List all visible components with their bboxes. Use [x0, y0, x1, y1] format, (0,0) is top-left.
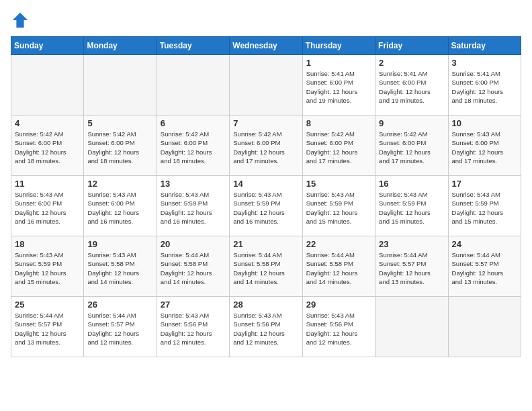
svg-marker-0	[13, 13, 28, 28]
day-number: 10	[452, 118, 517, 128]
calendar-cell: 27Sunrise: 5:43 AM Sunset: 5:56 PM Dayli…	[157, 297, 229, 357]
day-info: Sunrise: 5:43 AM Sunset: 5:59 PM Dayligh…	[379, 190, 444, 226]
calendar-cell: 26Sunrise: 5:44 AM Sunset: 5:57 PM Dayli…	[84, 297, 157, 357]
day-number: 26	[87, 300, 152, 310]
calendar-cell: 10Sunrise: 5:43 AM Sunset: 6:00 PM Dayli…	[448, 116, 521, 176]
calendar-cell: 21Sunrise: 5:44 AM Sunset: 5:58 PM Dayli…	[230, 236, 302, 297]
day-info: Sunrise: 5:43 AM Sunset: 6:00 PM Dayligh…	[87, 190, 152, 226]
day-number: 1	[306, 58, 371, 68]
calendar-cell: 19Sunrise: 5:43 AM Sunset: 5:58 PM Dayli…	[84, 236, 157, 297]
calendar-cell: 2Sunrise: 5:41 AM Sunset: 6:00 PM Daylig…	[375, 55, 448, 116]
day-info: Sunrise: 5:43 AM Sunset: 5:56 PM Dayligh…	[233, 311, 298, 347]
day-number: 27	[161, 300, 226, 310]
calendar-cell: 1Sunrise: 5:41 AM Sunset: 6:00 PM Daylig…	[302, 55, 375, 116]
calendar-cell	[84, 55, 157, 116]
calendar-cell: 20Sunrise: 5:44 AM Sunset: 5:58 PM Dayli…	[157, 236, 229, 297]
day-number: 2	[379, 58, 444, 68]
calendar-cell	[157, 55, 229, 116]
calendar-week-4: 18Sunrise: 5:43 AM Sunset: 5:59 PM Dayli…	[11, 236, 521, 297]
day-info: Sunrise: 5:42 AM Sunset: 6:00 PM Dayligh…	[379, 130, 444, 165]
day-number: 4	[15, 118, 80, 128]
day-info: Sunrise: 5:43 AM Sunset: 5:59 PM Dayligh…	[452, 190, 517, 226]
day-number: 25	[15, 300, 80, 310]
day-info: Sunrise: 5:43 AM Sunset: 5:56 PM Dayligh…	[161, 311, 226, 347]
day-number: 9	[379, 118, 444, 128]
calendar-cell: 7Sunrise: 5:42 AM Sunset: 6:00 PM Daylig…	[230, 116, 302, 176]
day-info: Sunrise: 5:44 AM Sunset: 5:58 PM Dayligh…	[306, 250, 371, 286]
calendar-cell: 17Sunrise: 5:43 AM Sunset: 5:59 PM Dayli…	[448, 176, 521, 236]
page-header	[11, 11, 521, 30]
day-info: Sunrise: 5:44 AM Sunset: 5:58 PM Dayligh…	[161, 250, 226, 286]
day-number: 15	[306, 179, 371, 189]
day-info: Sunrise: 5:42 AM Sunset: 6:00 PM Dayligh…	[233, 130, 298, 165]
calendar-table: SundayMondayTuesdayWednesdayThursdayFrid…	[11, 36, 521, 357]
calendar-cell: 15Sunrise: 5:43 AM Sunset: 5:59 PM Dayli…	[302, 176, 375, 236]
calendar-week-3: 11Sunrise: 5:43 AM Sunset: 6:00 PM Dayli…	[11, 176, 521, 236]
day-info: Sunrise: 5:43 AM Sunset: 5:59 PM Dayligh…	[306, 190, 371, 226]
calendar-cell: 3Sunrise: 5:41 AM Sunset: 6:00 PM Daylig…	[448, 55, 521, 116]
day-info: Sunrise: 5:42 AM Sunset: 6:00 PM Dayligh…	[161, 130, 226, 165]
day-info: Sunrise: 5:41 AM Sunset: 6:00 PM Dayligh…	[452, 69, 517, 105]
day-number: 6	[161, 118, 226, 128]
day-number: 17	[452, 179, 517, 189]
day-info: Sunrise: 5:43 AM Sunset: 5:59 PM Dayligh…	[233, 190, 298, 226]
calendar-cell: 28Sunrise: 5:43 AM Sunset: 5:56 PM Dayli…	[230, 297, 302, 357]
calendar-cell: 6Sunrise: 5:42 AM Sunset: 6:00 PM Daylig…	[157, 116, 229, 176]
calendar-cell: 11Sunrise: 5:43 AM Sunset: 6:00 PM Dayli…	[11, 176, 84, 236]
day-number: 29	[306, 300, 371, 310]
calendar-cell: 8Sunrise: 5:42 AM Sunset: 6:00 PM Daylig…	[302, 116, 375, 176]
day-number: 13	[161, 179, 226, 189]
day-info: Sunrise: 5:44 AM Sunset: 5:58 PM Dayligh…	[233, 250, 298, 286]
day-info: Sunrise: 5:43 AM Sunset: 6:00 PM Dayligh…	[15, 190, 80, 226]
day-info: Sunrise: 5:42 AM Sunset: 6:00 PM Dayligh…	[306, 130, 371, 165]
day-info: Sunrise: 5:44 AM Sunset: 5:57 PM Dayligh…	[452, 250, 517, 286]
day-info: Sunrise: 5:41 AM Sunset: 6:00 PM Dayligh…	[306, 69, 371, 105]
day-info: Sunrise: 5:43 AM Sunset: 5:59 PM Dayligh…	[15, 250, 80, 286]
day-info: Sunrise: 5:44 AM Sunset: 5:57 PM Dayligh…	[379, 250, 444, 286]
calendar-header-wednesday: Wednesday	[230, 37, 302, 55]
day-number: 19	[87, 239, 152, 249]
day-number: 16	[379, 179, 444, 189]
calendar-cell: 22Sunrise: 5:44 AM Sunset: 5:58 PM Dayli…	[302, 236, 375, 297]
calendar-cell	[230, 55, 302, 116]
day-number: 28	[233, 300, 298, 310]
calendar-cell	[11, 55, 84, 116]
calendar-cell: 23Sunrise: 5:44 AM Sunset: 5:57 PM Dayli…	[375, 236, 448, 297]
calendar-header-monday: Monday	[84, 37, 157, 55]
logo	[11, 11, 32, 30]
calendar-week-1: 1Sunrise: 5:41 AM Sunset: 6:00 PM Daylig…	[11, 55, 521, 116]
day-info: Sunrise: 5:43 AM Sunset: 6:00 PM Dayligh…	[452, 130, 517, 165]
calendar-cell: 25Sunrise: 5:44 AM Sunset: 5:57 PM Dayli…	[11, 297, 84, 357]
calendar-cell	[448, 297, 521, 357]
day-number: 24	[452, 239, 517, 249]
day-number: 7	[233, 118, 298, 128]
calendar-header-saturday: Saturday	[448, 37, 521, 55]
calendar-week-5: 25Sunrise: 5:44 AM Sunset: 5:57 PM Dayli…	[11, 297, 521, 357]
calendar-cell: 29Sunrise: 5:43 AM Sunset: 5:56 PM Dayli…	[302, 297, 375, 357]
day-number: 3	[452, 58, 517, 68]
calendar-cell: 9Sunrise: 5:42 AM Sunset: 6:00 PM Daylig…	[375, 116, 448, 176]
calendar-cell: 16Sunrise: 5:43 AM Sunset: 5:59 PM Dayli…	[375, 176, 448, 236]
calendar-week-2: 4Sunrise: 5:42 AM Sunset: 6:00 PM Daylig…	[11, 116, 521, 176]
calendar-cell: 18Sunrise: 5:43 AM Sunset: 5:59 PM Dayli…	[11, 236, 84, 297]
calendar-header-friday: Friday	[375, 37, 448, 55]
day-info: Sunrise: 5:41 AM Sunset: 6:00 PM Dayligh…	[379, 69, 444, 105]
day-info: Sunrise: 5:42 AM Sunset: 6:00 PM Dayligh…	[87, 130, 152, 165]
day-number: 12	[87, 179, 152, 189]
day-number: 18	[15, 239, 80, 249]
calendar-header-sunday: Sunday	[11, 37, 84, 55]
day-info: Sunrise: 5:44 AM Sunset: 5:57 PM Dayligh…	[87, 311, 152, 347]
calendar-cell: 24Sunrise: 5:44 AM Sunset: 5:57 PM Dayli…	[448, 236, 521, 297]
logo-icon	[11, 11, 30, 30]
day-info: Sunrise: 5:43 AM Sunset: 5:56 PM Dayligh…	[306, 311, 371, 347]
calendar-cell	[375, 297, 448, 357]
day-number: 22	[306, 239, 371, 249]
day-number: 5	[87, 118, 152, 128]
calendar-header-thursday: Thursday	[302, 37, 375, 55]
calendar-cell: 12Sunrise: 5:43 AM Sunset: 6:00 PM Dayli…	[84, 176, 157, 236]
day-info: Sunrise: 5:43 AM Sunset: 5:58 PM Dayligh…	[87, 250, 152, 286]
day-info: Sunrise: 5:44 AM Sunset: 5:57 PM Dayligh…	[15, 311, 80, 347]
day-info: Sunrise: 5:42 AM Sunset: 6:00 PM Dayligh…	[15, 130, 80, 165]
calendar-cell: 4Sunrise: 5:42 AM Sunset: 6:00 PM Daylig…	[11, 116, 84, 176]
calendar-cell: 5Sunrise: 5:42 AM Sunset: 6:00 PM Daylig…	[84, 116, 157, 176]
